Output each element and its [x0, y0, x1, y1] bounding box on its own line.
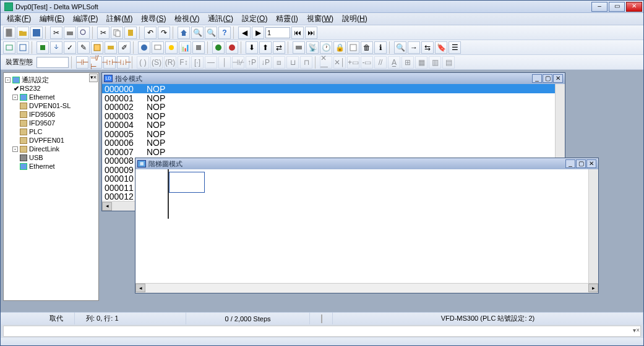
ld-grid-button[interactable]: ⊞: [401, 56, 414, 69]
ld-contact-no-button[interactable]: ⊣⊢: [76, 56, 88, 69]
instruction-row[interactable]: 000007NOP: [102, 147, 565, 156]
ld-insert-row-button[interactable]: +▭: [347, 56, 359, 69]
run-button[interactable]: [212, 41, 225, 54]
download-button[interactable]: ⬇: [246, 41, 258, 54]
ladder-scroll-right-button[interactable]: ▸: [588, 284, 598, 292]
step-next-button[interactable]: ▶: [252, 27, 264, 39]
menu-settings[interactable]: 設定(O): [238, 12, 271, 25]
ld-vline-button[interactable]: │: [218, 56, 231, 69]
tree-ethernet[interactable]: Ethernet: [29, 93, 55, 101]
output-pane-close[interactable]: ▾×: [633, 327, 640, 334]
clock-button[interactable]: 🕐: [320, 41, 332, 54]
ld-label-button[interactable]: A̲: [388, 56, 400, 69]
transfer-button[interactable]: [50, 41, 62, 54]
instruction-row[interactable]: 000003NOP: [102, 111, 565, 120]
instruction-row[interactable]: 000000NOP: [102, 84, 565, 93]
upload-button[interactable]: ⬆: [259, 41, 272, 54]
ld-comment-button[interactable]: //: [374, 56, 387, 69]
menu-view[interactable]: 檢視(V): [171, 12, 203, 25]
open-button[interactable]: [17, 27, 29, 39]
menu-comm[interactable]: 通訊(C): [204, 12, 237, 25]
replace-button[interactable]: ⇆: [421, 41, 434, 54]
instruction-row[interactable]: 000006NOP: [102, 138, 565, 147]
tree-eth-1[interactable]: IFD9506: [29, 111, 55, 118]
cut2-button[interactable]: ✂: [97, 27, 109, 39]
ld-view2-button[interactable]: ▤: [442, 56, 455, 69]
device-button[interactable]: [192, 41, 205, 54]
ld-dpulse-button[interactable]: ↓P: [259, 56, 272, 69]
tree-eth-0[interactable]: DVPEN01-SL: [29, 102, 71, 109]
register-button[interactable]: [347, 41, 359, 54]
memory-button[interactable]: [105, 41, 117, 54]
clear-button[interactable]: 🗑: [361, 41, 373, 54]
instr-max-button[interactable]: ▢: [543, 74, 552, 83]
ld-contact-nc-button[interactable]: ⊣/⊢: [90, 56, 102, 69]
monitor-button[interactable]: [152, 41, 164, 54]
tree-eth-toggle[interactable]: -: [12, 95, 18, 100]
ladder-max-button[interactable]: ▢: [576, 159, 586, 168]
cut-button[interactable]: ✂: [50, 27, 62, 39]
compile-button[interactable]: [36, 41, 49, 54]
help-button[interactable]: ?: [218, 27, 231, 39]
ld-func-button[interactable]: F↕: [178, 56, 190, 69]
ld-inv-button[interactable]: ⊣⊬: [232, 56, 244, 69]
instruction-mode-button[interactable]: [17, 41, 29, 54]
list-button[interactable]: ☰: [449, 41, 461, 54]
ld-set-button[interactable]: (S): [150, 56, 163, 69]
redo-button[interactable]: ↷: [158, 27, 170, 39]
ladder-min-button[interactable]: _: [565, 159, 575, 168]
device-type-input[interactable]: [36, 57, 69, 68]
menu-search[interactable]: 搜尋(S): [137, 12, 170, 25]
edit-button[interactable]: ✎: [77, 41, 90, 54]
zoom-in-button[interactable]: 🔍: [191, 27, 204, 39]
menu-edit[interactable]: 編輯(E): [36, 12, 68, 25]
chart-button[interactable]: 📊: [179, 41, 191, 54]
instruction-row[interactable]: 000001NOP: [102, 93, 565, 103]
ladder-scroll-left-button[interactable]: ◂: [135, 284, 145, 292]
step-input[interactable]: [265, 27, 290, 38]
menu-help[interactable]: 說明(H): [338, 12, 371, 25]
ladder-hscrollbar[interactable]: ◂ ▸: [135, 283, 598, 293]
tree-root-toggle[interactable]: -: [5, 77, 11, 83]
format-button[interactable]: [293, 41, 305, 54]
instruction-row[interactable]: 000005NOP: [102, 129, 565, 138]
undo-button[interactable]: ↶: [144, 27, 157, 39]
tree-directlink[interactable]: DirectLink: [29, 145, 59, 153]
tree-dl-toggle[interactable]: -: [12, 146, 18, 152]
step-first-button[interactable]: ⏮: [291, 27, 304, 39]
info-button[interactable]: ℹ: [374, 41, 387, 54]
instr-min-button[interactable]: _: [532, 74, 542, 83]
tree-eth-2[interactable]: IFD9507: [29, 119, 55, 127]
minimize-button[interactable]: –: [591, 2, 608, 12]
ld-app-button[interactable]: [·]: [191, 56, 204, 69]
ld-and-button[interactable]: ⊓: [300, 56, 312, 69]
ld-pulse-button[interactable]: ↑P: [246, 56, 258, 69]
menu-comment[interactable]: 註解(M): [103, 12, 136, 25]
step-last-button[interactable]: ⏭: [305, 27, 317, 39]
check-button[interactable]: ✓: [64, 41, 76, 54]
instruction-row[interactable]: 000004NOP: [102, 120, 565, 129]
ld-or-button[interactable]: ⊔: [286, 56, 299, 69]
ld-delete-row-button[interactable]: -▭: [361, 56, 373, 69]
bookmark-button[interactable]: 🔖: [435, 41, 447, 54]
tree-dl-usb[interactable]: USB: [29, 154, 43, 161]
menu-file[interactable]: 檔案(F): [3, 12, 35, 25]
ladder-close-button[interactable]: ✕: [586, 159, 596, 168]
close-button[interactable]: ✕: [626, 2, 642, 12]
instruction-row[interactable]: 000002NOP: [102, 102, 565, 111]
paste-button[interactable]: [124, 27, 137, 39]
menu-window[interactable]: 視窗(W): [303, 12, 337, 25]
instr-scroll-left-button[interactable]: ◂: [102, 202, 112, 211]
ladder-mode-button[interactable]: [3, 41, 15, 54]
ld-coil-button[interactable]: ( ): [137, 56, 149, 69]
simulate-button[interactable]: [138, 41, 150, 54]
stop-button[interactable]: [226, 41, 238, 54]
ld-rising-button[interactable]: ⊣↑⊢: [103, 56, 116, 69]
ld-del-hline-button[interactable]: ✕—: [320, 56, 332, 69]
tree-rs232[interactable]: RS232: [20, 85, 41, 92]
ladder-vscrollbar[interactable]: [588, 169, 598, 283]
password-button[interactable]: 🔒: [333, 41, 346, 54]
preview-button[interactable]: [77, 27, 90, 39]
pen-button[interactable]: ✐: [118, 41, 131, 54]
maximize-button[interactable]: ▭: [609, 2, 625, 12]
